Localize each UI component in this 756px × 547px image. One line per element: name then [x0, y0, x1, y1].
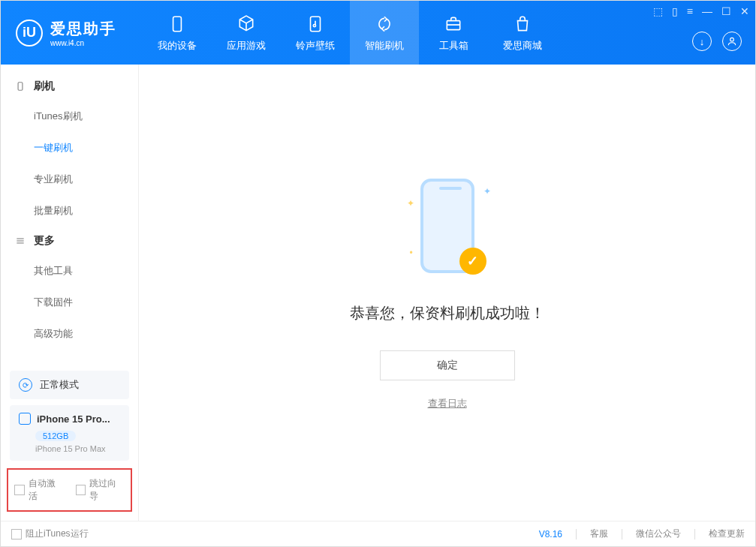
header-actions: ↓ — [692, 32, 742, 51]
sidebar-item-other-tools[interactable]: 其他工具 — [1, 255, 138, 287]
app-url: www.i4.cn — [50, 39, 116, 47]
svg-point-4 — [730, 38, 734, 41]
device-model: iPhone 15 Pro Max — [35, 444, 120, 453]
download-button[interactable]: ↓ — [692, 32, 712, 51]
bag-icon — [512, 14, 533, 35]
checkbox-auto-activate[interactable]: 自动激活 — [14, 477, 64, 503]
logo-icon: iU — [16, 20, 43, 47]
view-log-link[interactable]: 查看日志 — [428, 397, 467, 410]
app-header: iU 爱思助手 www.i4.cn 我的设备 应用游戏 铃声壁纸 智能刷机 — [1, 1, 755, 65]
app-title: 爱思助手 — [50, 19, 116, 39]
nav-ringtones[interactable]: 铃声壁纸 — [281, 1, 350, 65]
device-icon — [167, 14, 188, 35]
sidebar-group-more: 更多 — [1, 227, 138, 255]
sparkle-icon: ✦ — [407, 198, 414, 209]
confirm-button[interactable]: 确定 — [380, 350, 515, 380]
sidebar-item-download-firmware[interactable]: 下载固件 — [1, 287, 138, 318]
success-message: 恭喜您，保资料刷机成功啦！ — [350, 303, 545, 323]
check-update-link[interactable]: 检查更新 — [709, 527, 745, 540]
more-icon — [14, 235, 26, 247]
skin-icon[interactable]: ⬚ — [653, 5, 663, 17]
device-card[interactable]: iPhone 15 Pro... 512GB iPhone 15 Pro Max — [10, 405, 129, 461]
device-name: iPhone 15 Pro... — [37, 413, 110, 425]
account-button[interactable] — [722, 32, 742, 51]
minimize-icon[interactable]: — — [702, 5, 712, 17]
check-badge-icon: ✓ — [459, 248, 486, 275]
sidebar-item-pro-flash[interactable]: 专业刷机 — [1, 164, 138, 195]
wechat-link[interactable]: 微信公众号 — [636, 527, 681, 540]
svg-rect-5 — [18, 83, 23, 91]
nav-apps-games[interactable]: 应用游戏 — [212, 1, 281, 65]
music-icon — [305, 14, 326, 35]
refresh-small-icon: ⟳ — [19, 378, 32, 392]
sparkle-icon: ✦ — [483, 186, 491, 197]
cube-icon — [236, 14, 257, 35]
mode-status[interactable]: ⟳ 正常模式 — [10, 371, 129, 399]
nav-toolbox[interactable]: 工具箱 — [419, 1, 488, 65]
main-content: ✓ ✦ ✦ • 恭喜您，保资料刷机成功啦！ 确定 查看日志 — [139, 65, 755, 521]
sidebar-group-flash: 刷机 — [1, 72, 138, 101]
nav-my-device[interactable]: 我的设备 — [143, 1, 212, 65]
sparkle-icon: • — [410, 248, 413, 258]
phone-mini-icon[interactable]: ▯ — [672, 5, 678, 17]
svg-rect-0 — [173, 17, 182, 32]
window-controls: ⬚ ▯ ≡ — ☐ ✕ — [653, 5, 749, 17]
sidebar-item-batch-flash[interactable]: 批量刷机 — [1, 195, 138, 227]
version-label[interactable]: V8.16 — [539, 529, 562, 539]
close-icon[interactable]: ✕ — [740, 5, 749, 17]
sidebar: 刷机 iTunes刷机 一键刷机 专业刷机 批量刷机 更多 其他工具 下载固件 … — [1, 65, 139, 521]
checkbox-block-itunes[interactable]: 阻止iTunes运行 — [11, 527, 89, 540]
refresh-icon — [374, 14, 395, 35]
success-illustration: ✓ ✦ ✦ • — [395, 176, 500, 281]
app-logo: iU 爱思助手 www.i4.cn — [1, 19, 131, 47]
main-nav: 我的设备 应用游戏 铃声壁纸 智能刷机 工具箱 爱思商城 — [143, 1, 557, 65]
phone-outline-icon — [14, 80, 26, 92]
nav-store[interactable]: 爱思商城 — [488, 1, 557, 65]
footer: 阻止iTunes运行 V8.16 客服 微信公众号 检查更新 — [1, 521, 755, 546]
maximize-icon[interactable]: ☐ — [721, 5, 731, 17]
menu-icon[interactable]: ≡ — [687, 5, 693, 17]
sidebar-item-oneclick-flash[interactable]: 一键刷机 — [1, 132, 138, 164]
storage-badge: 512GB — [35, 431, 76, 441]
sidebar-item-itunes-flash[interactable]: iTunes刷机 — [1, 101, 138, 132]
toolbox-icon — [443, 14, 464, 35]
nav-smart-flash[interactable]: 智能刷机 — [350, 1, 419, 65]
sidebar-item-advanced[interactable]: 高级功能 — [1, 318, 138, 350]
options-highlighted: 自动激活 跳过向导 — [7, 468, 132, 512]
svg-point-2 — [313, 24, 315, 26]
checkbox-skip-guide[interactable]: 跳过向导 — [76, 477, 125, 503]
device-small-icon — [19, 413, 31, 425]
support-link[interactable]: 客服 — [590, 527, 608, 540]
